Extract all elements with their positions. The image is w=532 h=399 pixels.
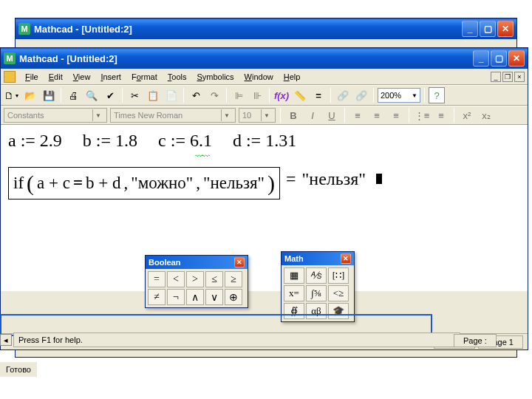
format-toolbar: Constants ▼ Times New Roman ▼ 10 ▼ B I U… (1, 106, 528, 125)
window-title: Mathcad - [Untitled:2] (19, 53, 473, 64)
math-palette-close-button[interactable]: ✕ (341, 253, 351, 264)
font-value: Times New Roman (114, 111, 183, 120)
close-button[interactable]: ✕ (497, 21, 514, 37)
boolean-op-0[interactable]: = (148, 271, 166, 287)
lower-statusbar: Press F1 for help. (13, 332, 460, 347)
menu-insert[interactable]: Insert (95, 71, 126, 83)
close-button[interactable]: ✕ (508, 50, 525, 66)
doc-restore-button[interactable]: ❐ (502, 72, 513, 82)
menu-view[interactable]: View (68, 71, 96, 83)
print-button[interactable]: 🖨 (65, 87, 81, 103)
status-page2: Page : (454, 334, 497, 347)
def-b[interactable]: b := 1.8 (83, 131, 137, 151)
bold-button[interactable]: B (285, 107, 301, 123)
math-palette[interactable]: Math ✕ ▦⅍[∷]x=∫⅝<≥∯αβ🎓 (281, 251, 355, 322)
boolean-op-7[interactable]: ∧ (186, 289, 204, 305)
copy-button[interactable]: 📋 (145, 87, 161, 103)
boolean-palette-close-button[interactable]: ✕ (234, 257, 245, 267)
superscript-button[interactable]: x² (459, 107, 475, 123)
component-button[interactable]: 🔗 (335, 87, 351, 103)
math-palette-title: Math (284, 254, 304, 263)
boolean-op-5[interactable]: ≠ (148, 289, 166, 305)
boolean-op-8[interactable]: ∨ (205, 289, 223, 305)
menu-help[interactable]: Help (279, 71, 306, 83)
back-titlebar: M Mathcad - [Untitled:2] _ ▢ ✕ (16, 18, 516, 39)
def-d[interactable]: d := 1.31 (233, 131, 296, 151)
menu-edit[interactable]: Edit (44, 71, 68, 83)
math-palette-btn-4[interactable]: ∫⅝ (306, 285, 327, 301)
subscript-button[interactable]: x₂ (478, 107, 494, 123)
new-button[interactable]: 🗋▼ (4, 87, 20, 103)
doc-close-button[interactable]: × (514, 72, 525, 82)
open-button[interactable]: 📂 (22, 87, 38, 103)
size-value: 10 (242, 111, 251, 120)
status-help-text: Press F1 for help. (18, 335, 83, 344)
calculate-button[interactable]: = (310, 87, 327, 103)
math-palette-btn-0[interactable]: ▦ (284, 267, 304, 284)
boolean-op-6[interactable]: ¬ (167, 289, 185, 305)
scroll-left-icon[interactable]: ◂ (0, 334, 12, 346)
align-right-button[interactable]: ≡ (388, 107, 404, 123)
def-c[interactable]: c := 6.1 (158, 131, 212, 151)
boolean-op-1[interactable]: < (167, 271, 185, 287)
menu-file[interactable]: File (20, 71, 44, 83)
component2-button[interactable]: 🔗 (353, 87, 369, 103)
main-toolbar: 🗋▼ 📂 💾 🖨 🔍 ✔ ✂ 📋 📄 ↶ ↷ ⊫ ⊪ f(x) 📏 = 🔗 🔗 … (1, 85, 528, 106)
math-palette-btn-1[interactable]: ⅍ (306, 267, 327, 284)
undo-button[interactable]: ↶ (188, 87, 204, 103)
math-palette-btn-2[interactable]: [∷] (328, 267, 349, 284)
cut-button[interactable]: ✂ (126, 87, 143, 103)
align-button[interactable]: ⊫ (231, 87, 247, 103)
size-combo[interactable]: 10 ▼ (239, 108, 276, 123)
align-center-button[interactable]: ≡ (369, 107, 385, 123)
align-left-button[interactable]: ≡ (349, 107, 366, 123)
boolean-palette-title: Boolean (149, 258, 180, 267)
numbering-button[interactable]: ≡ (433, 107, 449, 123)
maximize-button[interactable]: ▢ (480, 21, 496, 37)
unit-button[interactable]: 📏 (292, 87, 308, 103)
ready-bar: Готово (0, 362, 37, 377)
bullets-button[interactable]: ⋮≡ (414, 107, 430, 123)
if-func: if (13, 174, 24, 193)
def-a[interactable]: a := 2.9 (8, 131, 62, 151)
style-combo[interactable]: Constants ▼ (4, 108, 107, 123)
menu-format[interactable]: Format (126, 71, 163, 83)
align2-button[interactable]: ⊪ (249, 87, 265, 103)
boolean-op-4[interactable]: ≥ (225, 271, 242, 287)
maximize-button[interactable]: ▢ (491, 50, 507, 66)
menu-tools[interactable]: Tools (163, 71, 192, 83)
menu-window[interactable]: Window (239, 71, 279, 83)
menu-symbolics[interactable]: Symbolics (191, 71, 239, 83)
worksheet[interactable]: a := 2.9 b := 1.8 c := 6.1 d := 1.31 〰〰 (1, 125, 528, 291)
preview-button[interactable]: 🔍 (83, 87, 100, 103)
boolean-op-9[interactable]: ⊕ (225, 289, 242, 305)
italic-button[interactable]: I (304, 107, 321, 123)
document-icon (4, 71, 16, 83)
help-button[interactable]: ? (429, 87, 445, 103)
style-value: Constants (7, 111, 44, 120)
boolean-palette[interactable]: Boolean ✕ =<>≤≥≠¬∧∨⊕ (145, 255, 248, 308)
math-palette-btn-5[interactable]: <≥ (328, 285, 349, 301)
doc-minimize-button[interactable]: _ (491, 72, 501, 82)
bold-equals-icon: = (73, 174, 83, 193)
back-window-title: Mathcad - [Untitled:2] (34, 24, 462, 35)
definitions-row: a := 2.9 b := 1.8 c := 6.1 d := 1.31 (8, 131, 520, 151)
status-ready: Готово (6, 365, 31, 374)
font-combo[interactable]: Times New Roman ▼ (110, 108, 236, 123)
redo-button[interactable]: ↷ (206, 87, 222, 103)
cursor-icon (376, 174, 382, 184)
math-palette-btn-3[interactable]: x= (284, 285, 304, 301)
spellcheck-button[interactable]: ✔ (102, 87, 118, 103)
underline-button[interactable]: U (324, 107, 340, 123)
boolean-op-3[interactable]: ≤ (205, 271, 223, 287)
zoom-value: 200% (381, 91, 401, 100)
paste-button[interactable]: 📄 (163, 87, 180, 103)
if-expression-region[interactable]: if ( a + c = b + d , "можно" , "нельзя" … (8, 158, 520, 200)
minimize-button[interactable]: _ (473, 50, 489, 66)
save-button[interactable]: 💾 (41, 87, 57, 103)
boolean-op-2[interactable]: > (186, 271, 204, 287)
zoom-combo[interactable]: 200% ▼ (378, 88, 420, 103)
function-button[interactable]: f(x) (273, 87, 290, 103)
minimize-button[interactable]: _ (462, 21, 478, 37)
menubar: File Edit View Insert Format Tools Symbo… (1, 69, 528, 85)
